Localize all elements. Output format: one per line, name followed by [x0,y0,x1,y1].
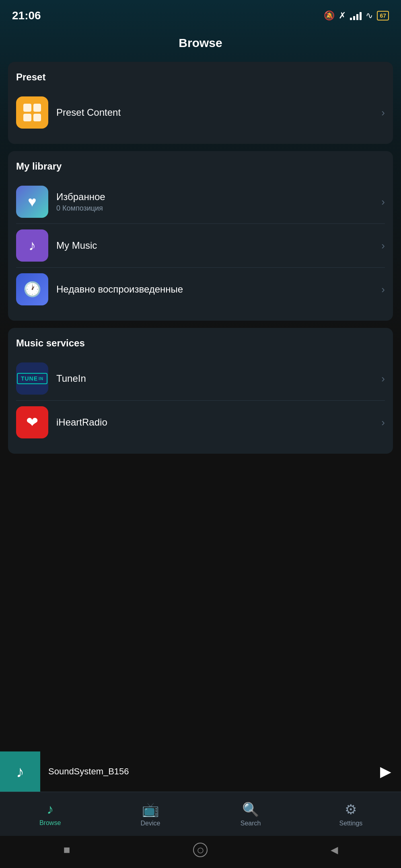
android-nav: ■ ○ ◀ [0,836,401,868]
search-icon: 🔍 [242,801,259,817]
recently-played-icon-wrapper: 🕐 [16,273,48,305]
music-note-icon: ♪ [29,237,36,254]
nav-settings[interactable]: ⚙ Settings [301,792,401,836]
browse-icon: ♪ [47,801,53,817]
settings-icon: ⚙ [345,801,357,817]
favorites-text: Избранное 0 Композиция [56,191,377,213]
recently-played-item[interactable]: 🕐 Недавно воспроизведенные › [16,268,385,311]
device-icon: 📺 [142,801,159,817]
signal-icon [350,11,362,20]
preset-section: Preset Preset Content › [8,62,393,144]
my-music-icon-wrapper: ♪ [16,229,48,262]
iheartradio-title: iHeartRadio [56,417,377,428]
play-button[interactable]: ▶ [370,763,401,780]
iheart-logo-icon: ❤ [26,414,38,431]
tunein-title: TuneIn [56,373,377,384]
status-time: 21:06 [12,9,41,22]
nav-search[interactable]: 🔍 Search [201,792,301,836]
tunein-icon-wrapper: TUNE IN [16,362,48,395]
preset-content-item[interactable]: Preset Content › [16,91,385,134]
tunein-chevron: › [381,373,385,385]
main-content: Preset Preset Content › My library ♥ Изб… [0,62,401,751]
clock-icon: 🕐 [23,281,41,298]
now-playing-thumbnail: ♪ [0,751,40,792]
page-title: Browse [0,28,401,62]
back-icon: ◀ [331,844,338,856]
now-playing-music-icon: ♪ [16,763,24,781]
tunein-text: TuneIn [56,373,377,384]
nav-browse-label: Browse [39,819,61,827]
now-playing-title: SoundSystem_B156 [48,766,362,777]
my-music-item[interactable]: ♪ My Music › [16,224,385,268]
music-services-title: Music services [16,338,385,349]
nav-browse[interactable]: ♪ Browse [0,792,100,836]
tunein-logo: TUNE IN [17,373,47,384]
iheartradio-item[interactable]: ❤ iHeartRadio › [16,401,385,444]
now-playing-bar[interactable]: ♪ SoundSystem_B156 ▶ [0,751,401,792]
recently-played-title: Недавно воспроизведенные [56,284,377,295]
favorites-subtitle: 0 Композиция [56,204,377,213]
recently-played-text: Недавно воспроизведенные [56,284,377,295]
android-back-btn[interactable]: ◀ [326,842,342,858]
bottom-nav: ♪ Browse 📺 Device 🔍 Search ⚙ Settings [0,792,401,836]
nav-search-label: Search [241,820,261,827]
stop-icon: ■ [64,843,70,856]
favorites-item[interactable]: ♥ Избранное 0 Композиция › [16,180,385,224]
nav-device-label: Device [140,820,160,827]
preset-content-title: Preset Content [56,107,377,118]
now-playing-info: SoundSystem_B156 [40,766,370,777]
my-library-section: My library ♥ Избранное 0 Композиция › ♪ … [8,151,393,321]
preset-content-text: Preset Content [56,107,377,118]
android-stop-btn[interactable]: ■ [59,842,75,858]
android-home-btn[interactable]: ○ [192,842,208,858]
favorites-chevron: › [381,196,385,208]
iheartradio-text: iHeartRadio [56,417,377,428]
favorites-icon-wrapper: ♥ [16,186,48,218]
my-library-title: My library [16,161,385,172]
nav-device[interactable]: 📺 Device [100,792,200,836]
alarm-icon: 🔕 [324,10,335,21]
status-bar: 21:06 🔕 ✗ ∿ 67 [0,0,401,28]
my-music-chevron: › [381,240,385,252]
wifi-icon: ∿ [366,10,373,21]
iheartradio-icon-wrapper: ❤ [16,406,48,438]
iheartradio-chevron: › [381,416,385,429]
preset-grid-icon [23,104,41,121]
my-music-text: My Music [56,240,377,251]
tunein-item[interactable]: TUNE IN TuneIn › [16,357,385,401]
home-icon: ○ [193,843,208,857]
favorites-title: Избранное [56,191,377,203]
heart-icon: ♥ [28,193,36,210]
preset-content-icon [16,96,48,129]
bluetooth-icon: ✗ [339,10,346,21]
music-services-section: Music services TUNE IN TuneIn › ❤ iHeart… [8,328,393,454]
battery-icon: 67 [377,11,389,20]
preset-section-title: Preset [16,72,385,83]
recently-played-chevron: › [381,283,385,296]
preset-content-chevron: › [381,106,385,119]
nav-settings-label: Settings [339,820,362,827]
my-music-title: My Music [56,240,377,251]
status-icons: 🔕 ✗ ∿ 67 [324,10,389,21]
